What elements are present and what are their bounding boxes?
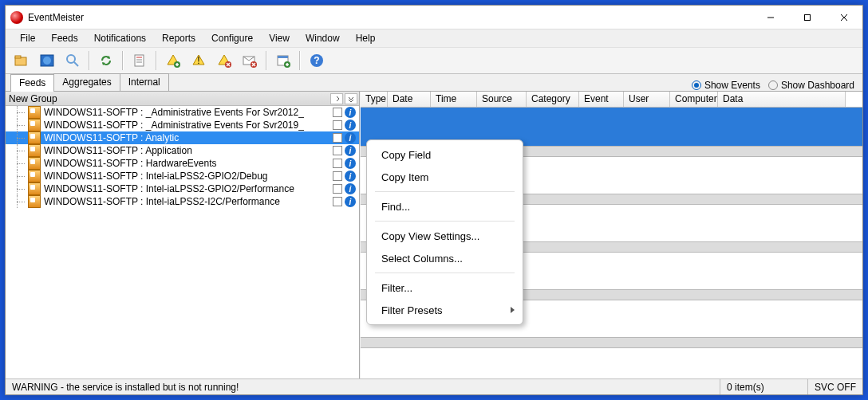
feed-checkbox[interactable] xyxy=(333,197,342,206)
feed-tree-item[interactable]: WINDOWS11-SOFTP : _Administrative Events… xyxy=(6,119,359,131)
feed-tree[interactable]: WINDOWS11-SOFTP : _Administrative Events… xyxy=(6,106,359,378)
app-icon xyxy=(10,11,23,24)
menu-view[interactable]: View xyxy=(261,31,298,45)
menu-window[interactable]: Window xyxy=(298,31,348,45)
context-copy-item[interactable]: Copy Item xyxy=(367,166,523,188)
menu-notifications[interactable]: Notifications xyxy=(86,31,154,45)
show-dashboard-radio[interactable]: Show Dashboard xyxy=(768,80,854,91)
group-expand-icon[interactable] xyxy=(330,93,343,104)
column-header-user[interactable]: User xyxy=(624,92,670,107)
show-events-label: Show Events xyxy=(704,80,760,91)
maximize-button[interactable] xyxy=(789,6,826,29)
group-header[interactable]: New Group xyxy=(6,92,359,106)
info-icon[interactable]: i xyxy=(345,158,356,169)
feed-icon xyxy=(28,106,41,119)
svg-point-8 xyxy=(67,55,75,63)
context-copy-field[interactable]: Copy Field xyxy=(367,143,523,166)
column-header-data[interactable]: Data xyxy=(718,92,846,107)
tree-line-icon xyxy=(10,182,28,195)
tree-line-icon xyxy=(10,131,28,144)
context-find[interactable]: Find... xyxy=(367,195,523,218)
feed-label: WINDOWS11-SOFTP : Intel-iaLPSS2-GPIO2/Pe… xyxy=(44,183,333,194)
context-copy-view-settings[interactable]: Copy View Settings... xyxy=(367,225,523,247)
menu-file[interactable]: File xyxy=(12,31,43,45)
context-menu[interactable]: Copy FieldCopy ItemFind...Copy View Sett… xyxy=(366,139,523,325)
toolbar-mail-delete-icon[interactable] xyxy=(239,49,261,72)
feed-checkbox[interactable] xyxy=(333,159,342,168)
menu-separator xyxy=(375,191,515,192)
feed-tree-item[interactable]: WINDOWS11-SOFTP : Applicationi xyxy=(6,144,359,157)
minimize-button[interactable] xyxy=(752,6,789,29)
status-bar: WARNING - the service is installed but i… xyxy=(6,378,862,394)
column-header-type[interactable]: Type xyxy=(361,92,388,107)
feed-label: WINDOWS11-SOFTP : _Administrative Events… xyxy=(44,107,333,118)
menu-feeds[interactable]: Feeds xyxy=(43,31,85,45)
tab-feeds[interactable]: Feeds xyxy=(10,74,54,92)
tree-line-icon xyxy=(10,195,28,208)
column-header-category[interactable]: Category xyxy=(527,92,579,107)
feed-tree-item[interactable]: WINDOWS11-SOFTP : Intel-iaLPSS2-GPIO2/De… xyxy=(6,170,359,182)
close-button[interactable] xyxy=(826,6,862,29)
toolbar-calendar-add-icon[interactable] xyxy=(272,49,294,72)
toolbar-alert-remove-icon[interactable] xyxy=(213,49,235,72)
feed-icon xyxy=(28,131,41,144)
toolbar-help-icon[interactable]: ? xyxy=(306,49,328,72)
feed-checkbox[interactable] xyxy=(333,120,342,130)
info-icon[interactable]: i xyxy=(345,120,356,131)
tree-line-icon xyxy=(10,119,28,131)
feed-tree-item[interactable]: WINDOWS11-SOFTP : _Administrative Events… xyxy=(6,106,359,119)
feed-tree-item[interactable]: WINDOWS11-SOFTP : Intel-iaLPSS2-GPIO2/Pe… xyxy=(6,182,359,195)
info-icon[interactable]: i xyxy=(345,107,356,118)
table-row[interactable] xyxy=(361,121,862,135)
info-icon[interactable]: i xyxy=(345,196,356,207)
group-header-label: New Group xyxy=(9,93,57,104)
feed-checkbox[interactable] xyxy=(333,133,342,143)
toolbar-document-icon[interactable] xyxy=(128,49,151,72)
feed-checkbox[interactable] xyxy=(333,146,342,155)
toolbar-globe-icon[interactable] xyxy=(36,49,58,72)
svg-rect-26 xyxy=(278,56,288,58)
column-headers: TypeDateTimeSourceCategoryEventUserCompu… xyxy=(361,92,862,108)
feed-icon xyxy=(28,144,41,157)
toolbar-refresh-icon[interactable] xyxy=(95,49,117,72)
feed-tree-item[interactable]: WINDOWS11-SOFTP : HardwareEventsi xyxy=(6,157,359,170)
toolbar-separator xyxy=(299,51,301,70)
feed-tree-item[interactable]: WINDOWS11-SOFTP : Intel-iaLPSS2-I2C/Perf… xyxy=(6,195,359,208)
tree-line-icon xyxy=(10,170,28,182)
show-events-radio[interactable]: Show Events xyxy=(692,80,760,91)
column-header-computer[interactable]: Computer xyxy=(670,92,718,107)
info-icon[interactable]: i xyxy=(345,171,356,182)
group-collapse-icon[interactable] xyxy=(345,93,357,104)
feed-label: WINDOWS11-SOFTP : Analytic xyxy=(44,132,333,143)
toolbar-separator xyxy=(266,51,267,70)
feed-label: WINDOWS11-SOFTP : HardwareEvents xyxy=(44,158,333,169)
context-filter[interactable]: Filter... xyxy=(367,276,523,299)
info-icon[interactable]: i xyxy=(345,145,356,156)
feed-label: WINDOWS11-SOFTP : Application xyxy=(44,145,333,156)
column-header-source[interactable]: Source xyxy=(477,92,527,107)
column-header-date[interactable]: Date xyxy=(388,92,431,107)
context-filter-presets[interactable]: Filter Presets xyxy=(367,299,523,321)
tab-aggregates[interactable]: Aggregates xyxy=(53,73,120,91)
info-icon[interactable]: i xyxy=(345,183,356,194)
column-header-event[interactable]: Event xyxy=(579,92,624,107)
menu-configure[interactable]: Configure xyxy=(203,31,261,45)
table-row[interactable] xyxy=(361,108,862,121)
toolbar-search-icon[interactable] xyxy=(61,49,84,72)
toolbar-alert-icon[interactable]: ! xyxy=(187,49,210,72)
feed-tree-item[interactable]: WINDOWS11-SOFTP : Analytici xyxy=(6,131,359,144)
svg-text:?: ? xyxy=(314,55,319,66)
menu-reports[interactable]: Reports xyxy=(154,31,203,45)
feed-icon xyxy=(28,182,41,195)
info-icon[interactable]: i xyxy=(345,132,356,143)
toolbar-alert-add-icon[interactable] xyxy=(162,49,184,72)
menu-help[interactable]: Help xyxy=(348,31,384,45)
feed-checkbox[interactable] xyxy=(333,108,342,117)
tab-internal[interactable]: Internal xyxy=(120,73,169,91)
toolbar-open-icon[interactable] xyxy=(10,49,33,72)
tree-line-icon xyxy=(10,144,28,157)
column-header-time[interactable]: Time xyxy=(431,92,477,107)
feed-checkbox[interactable] xyxy=(333,171,342,181)
context-select-columns[interactable]: Select Columns... xyxy=(367,247,523,269)
feed-checkbox[interactable] xyxy=(333,184,342,194)
